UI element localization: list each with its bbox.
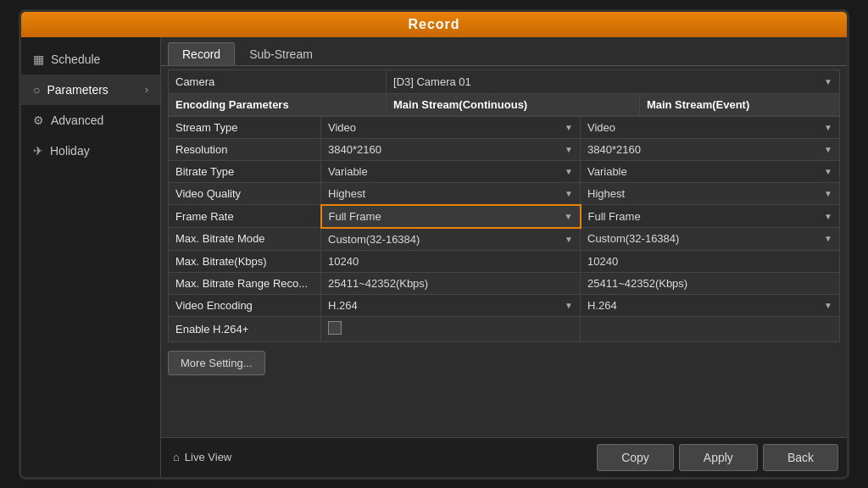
col1-dropdown-arrow[interactable]: ▼ — [565, 189, 573, 198]
row-col2 — [581, 316, 840, 341]
row-col2[interactable]: H.264▼ — [581, 294, 840, 316]
row-col1: 25411~42352(Kbps) — [321, 272, 581, 294]
camera-dropdown-arrow[interactable]: ▼ — [824, 77, 832, 86]
row-col1[interactable]: Video▼ — [321, 116, 581, 138]
tab-substream[interactable]: Sub-Stream — [235, 42, 327, 65]
col1-dropdown-arrow[interactable]: ▼ — [565, 212, 573, 221]
row-col1[interactable]: Variable▼ — [321, 160, 581, 182]
schedule-icon: ▦ — [33, 53, 44, 66]
row-col2: 10240 — [581, 250, 840, 272]
table-row: Enable H.264+ — [169, 316, 840, 341]
row-col2[interactable]: Video▼ — [581, 116, 840, 138]
col2-dropdown-arrow[interactable]: ▼ — [824, 234, 832, 243]
row-col2[interactable]: Variable▼ — [581, 160, 840, 182]
col2-dropdown-arrow[interactable]: ▼ — [824, 145, 832, 154]
row-label: Stream Type — [169, 116, 321, 138]
row-label: Video Quality — [169, 182, 321, 205]
col1-dropdown-arrow[interactable]: ▼ — [565, 235, 573, 244]
encoding-header-row: Encoding Parameters Main Stream(Continuo… — [169, 93, 840, 115]
camera-value-cell: [D3] Camera 01 ▼ — [387, 69, 840, 93]
sidebar-label-holiday: Holiday — [50, 144, 90, 158]
sidebar-label-advanced: Advanced — [51, 114, 103, 127]
row-col2[interactable]: Full Frame▼ — [581, 205, 840, 228]
table-row: Video QualityHighest▼Highest▼ — [169, 182, 840, 205]
row-label: Bitrate Type — [169, 160, 321, 182]
settings-table-wrapper: Camera [D3] Camera 01 ▼ Encoding Paramet… — [161, 66, 847, 437]
camera-row: Camera [D3] Camera 01 ▼ — [169, 69, 840, 93]
camera-value-wrapper: [D3] Camera 01 ▼ — [393, 75, 832, 88]
camera-value-text: [D3] Camera 01 — [393, 75, 471, 88]
sidebar-label-schedule: Schedule — [51, 53, 100, 66]
sidebar-item-parameters[interactable]: ○ Parameters › — [21, 75, 160, 105]
tab-record[interactable]: Record — [168, 42, 235, 65]
row-label: Resolution — [169, 138, 321, 160]
col2-dropdown-arrow[interactable]: ▼ — [824, 212, 832, 221]
col1-dropdown-arrow[interactable]: ▼ — [565, 123, 573, 132]
content-area: Record Sub-Stream Camera [D3] Cam — [161, 37, 847, 477]
sidebar-label-parameters: Parameters — [47, 83, 108, 97]
encoding-col2-header: Main Stream(Event) — [639, 93, 839, 115]
tab-bar: Record Sub-Stream — [161, 37, 847, 66]
encoding-params-label: Encoding Parameters — [169, 93, 387, 115]
advanced-icon: ⚙ — [33, 114, 44, 127]
action-buttons: Copy Apply Back — [588, 438, 847, 477]
table-row: Video EncodingH.264▼H.264▼ — [169, 294, 840, 316]
sidebar-item-schedule[interactable]: ▦ Schedule — [21, 44, 160, 75]
encoding-col1-header: Main Stream(Continuous) — [387, 93, 640, 115]
row-label: Max. Bitrate Mode — [169, 228, 321, 251]
col2-dropdown-arrow[interactable]: ▼ — [824, 301, 832, 310]
row-col2: 25411~42352(Kbps) — [581, 272, 840, 294]
row-col1[interactable]: Full Frame▼ — [321, 205, 581, 228]
row-label: Max. Bitrate(Kbps) — [169, 250, 321, 272]
table-row: Max. Bitrate ModeCustom(32-16384)▼Custom… — [169, 228, 840, 251]
row-col2[interactable]: Custom(32-16384)▼ — [581, 228, 840, 251]
row-col1[interactable]: Highest▼ — [321, 182, 581, 205]
table-row: Stream TypeVideo▼Video▼ — [169, 116, 840, 138]
parameters-chevron: › — [145, 84, 148, 96]
live-view-button[interactable]: ⌂ Live View — [161, 445, 243, 469]
title-bar: Record — [21, 12, 847, 37]
main-area: ▦ Schedule ○ Parameters › ⚙ Advanced ✈ H… — [21, 37, 847, 477]
table-row: Max. Bitrate(Kbps)1024010240 — [169, 250, 840, 272]
row-col1[interactable]: H.264▼ — [321, 294, 581, 316]
apply-button[interactable]: Apply — [679, 444, 758, 471]
bottom-bar: ⌂ Live View Copy Apply Back — [161, 437, 847, 477]
row-label: Max. Bitrate Range Reco... — [169, 272, 321, 294]
live-view-icon: ⌂ — [173, 451, 180, 463]
table-row: Frame RateFull Frame▼Full Frame▼ — [169, 205, 840, 228]
live-view-label: Live View — [185, 451, 231, 463]
col1-dropdown-arrow[interactable]: ▼ — [565, 167, 573, 176]
col1-dropdown-arrow[interactable]: ▼ — [565, 145, 573, 154]
sidebar-item-advanced[interactable]: ⚙ Advanced — [21, 105, 160, 136]
col2-dropdown-arrow[interactable]: ▼ — [824, 123, 832, 132]
more-settings-button[interactable]: More Setting... — [168, 351, 265, 375]
params-table: Stream TypeVideo▼Video▼Resolution3840*21… — [168, 116, 840, 342]
row-label: Video Encoding — [169, 294, 321, 316]
camera-label: Camera — [169, 69, 387, 93]
col2-dropdown-arrow[interactable]: ▼ — [824, 167, 832, 176]
table-row: Resolution3840*2160▼3840*2160▼ — [169, 138, 840, 160]
window-title: Record — [408, 17, 459, 31]
holiday-icon: ✈ — [33, 144, 43, 158]
table-row: Max. Bitrate Range Reco...25411~42352(Kb… — [169, 272, 840, 294]
sidebar: ▦ Schedule ○ Parameters › ⚙ Advanced ✈ H… — [21, 37, 161, 477]
col2-dropdown-arrow[interactable]: ▼ — [824, 189, 832, 198]
row-col2[interactable]: 3840*2160▼ — [581, 138, 840, 160]
sidebar-item-holiday[interactable]: ✈ Holiday — [21, 136, 160, 166]
parameters-icon: ○ — [33, 83, 40, 97]
back-button[interactable]: Back — [763, 444, 838, 471]
table-row: Bitrate TypeVariable▼Variable▼ — [169, 160, 840, 182]
row-col2[interactable]: Highest▼ — [581, 182, 840, 205]
row-col1 — [321, 316, 581, 341]
monitor: Record ▦ Schedule ○ Parameters › ⚙ Advan… — [19, 9, 849, 480]
h264plus-checkbox[interactable] — [328, 321, 342, 335]
col1-dropdown-arrow[interactable]: ▼ — [565, 301, 573, 310]
copy-button[interactable]: Copy — [597, 444, 674, 471]
row-col1: 10240 — [321, 250, 581, 272]
row-col1[interactable]: 3840*2160▼ — [321, 138, 581, 160]
row-label: Enable H.264+ — [169, 316, 321, 341]
settings-table: Camera [D3] Camera 01 ▼ Encoding Paramet… — [168, 69, 840, 116]
row-label: Frame Rate — [169, 205, 321, 228]
row-col1[interactable]: Custom(32-16384)▼ — [321, 228, 581, 251]
